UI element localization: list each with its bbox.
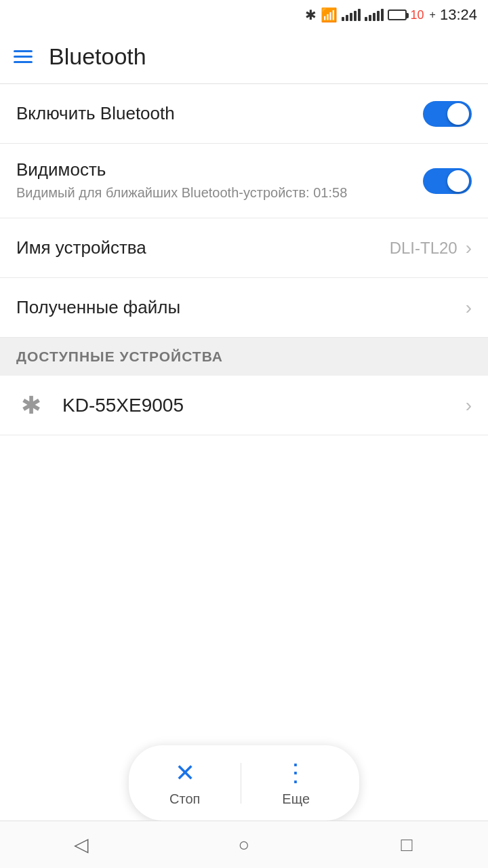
- visibility-left: Видимость Видимый для ближайших Bluetoot…: [16, 159, 423, 202]
- visibility-right: [423, 168, 472, 194]
- received-files-item[interactable]: Полученные файлы ›: [0, 278, 488, 338]
- more-icon: ⋮: [283, 759, 309, 787]
- stop-button[interactable]: ✕ Стоп: [129, 745, 241, 821]
- battery-plus: +: [430, 9, 436, 21]
- signal-bars-1: [342, 9, 361, 21]
- enable-bluetooth-left: Включить Bluetooth: [16, 103, 423, 124]
- enable-bluetooth-item[interactable]: Включить Bluetooth: [0, 84, 488, 144]
- visibility-toggle[interactable]: [423, 168, 472, 194]
- enable-bluetooth-toggle[interactable]: [423, 101, 472, 127]
- device-chevron-0: ›: [466, 395, 472, 416]
- received-files-right: ›: [466, 297, 472, 319]
- nav-bar: ◁ ○ □: [0, 821, 488, 868]
- received-files-chevron: ›: [466, 297, 472, 319]
- visibility-label: Видимость: [16, 159, 423, 180]
- available-devices-header: ДОСТУПНЫЕ УСТРОЙСТВА: [0, 338, 488, 376]
- stop-icon: ✕: [175, 759, 195, 787]
- home-icon: ○: [239, 834, 250, 856]
- back-icon: ◁: [74, 833, 89, 856]
- available-devices-header-text: ДОСТУПНЫЕ УСТРОЙСТВА: [16, 349, 223, 364]
- signal-bars-2: [365, 9, 384, 21]
- device-name-right: DLI-TL20 ›: [390, 237, 472, 259]
- status-bar: ✱ 📶 10 + 13:24: [0, 0, 488, 30]
- recent-button[interactable]: □: [380, 828, 434, 862]
- status-icons: ✱ 📶 10 + 13:24: [305, 6, 477, 24]
- more-button[interactable]: ⋮ Еще: [241, 745, 350, 821]
- device-name-label: Имя устройства: [16, 237, 390, 258]
- enable-bluetooth-right: [423, 101, 472, 127]
- menu-icon[interactable]: [14, 50, 33, 63]
- stop-label: Стоп: [169, 791, 200, 807]
- device-name-value: DLI-TL20: [390, 239, 458, 258]
- bottom-action-bar: ✕ Стоп ⋮ Еще: [129, 745, 359, 821]
- back-button[interactable]: ◁: [54, 828, 108, 862]
- visibility-item[interactable]: Видимость Видимый для ближайших Bluetoot…: [0, 144, 488, 218]
- received-files-label: Полученные файлы: [16, 297, 466, 318]
- received-files-left: Полученные файлы: [16, 297, 466, 318]
- device-item-0[interactable]: ✱ KD-55XE9005 ›: [0, 376, 488, 435]
- bluetooth-device-icon: ✱: [16, 391, 46, 420]
- device-name-0: KD-55XE9005: [62, 395, 466, 416]
- more-label: Еще: [282, 791, 310, 807]
- toolbar: Bluetooth: [0, 30, 488, 84]
- device-name-chevron: ›: [466, 237, 472, 259]
- toggle-thumb-1: [447, 103, 469, 125]
- toggle-thumb-2: [447, 170, 469, 192]
- enable-bluetooth-label: Включить Bluetooth: [16, 103, 423, 124]
- wifi-icon: 📶: [321, 7, 338, 23]
- page-title: Bluetooth: [49, 43, 146, 70]
- battery-icon: [388, 9, 407, 20]
- device-name-item[interactable]: Имя устройства DLI-TL20 ›: [0, 218, 488, 278]
- home-button[interactable]: ○: [217, 828, 271, 862]
- recent-icon: □: [401, 834, 413, 856]
- battery-level: 10: [411, 8, 424, 22]
- status-time: 13:24: [440, 6, 477, 24]
- device-name-left: Имя устройства: [16, 237, 390, 258]
- bluetooth-status-icon: ✱: [305, 7, 317, 23]
- visibility-sublabel: Видимый для ближайших Bluetooth-устройст…: [16, 183, 423, 202]
